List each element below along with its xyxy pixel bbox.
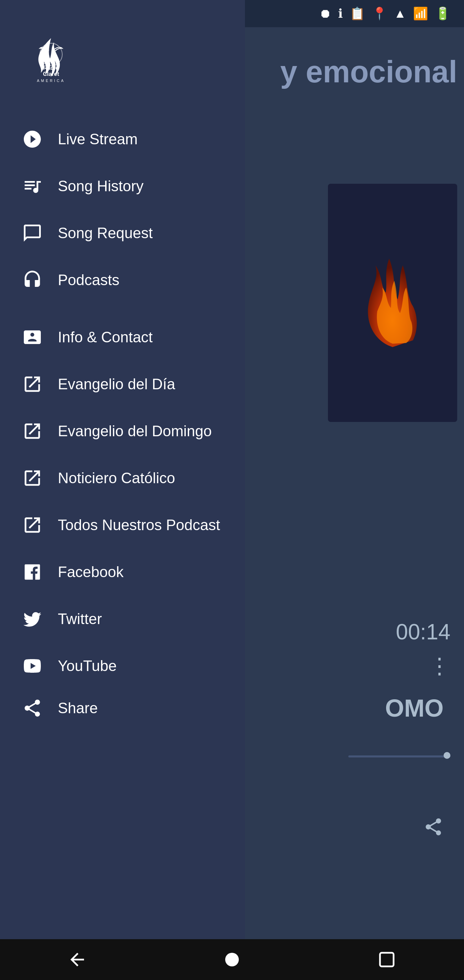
live-stream-label: Live Stream — [58, 130, 138, 148]
menu-item-evangelio-dia[interactable]: Evangelio del Día — [0, 361, 245, 408]
play-icon — [21, 127, 44, 151]
share-label: Share — [58, 700, 98, 717]
status-icons-group: ⏺ ℹ 📋 📍 ▲ 📶 🔋 — [319, 6, 450, 21]
wifi-status-icon: ▲ — [394, 6, 406, 21]
home-button[interactable] — [215, 943, 249, 977]
info-contact-label: Info & Contact — [58, 329, 153, 346]
menu-divider — [0, 304, 245, 314]
song-request-label: Song Request — [58, 224, 153, 242]
external-link-icon-4 — [21, 513, 44, 537]
hero-text: y emocional — [280, 54, 457, 89]
podcasts-label: Podcasts — [58, 272, 119, 288]
battery-status-icon: 🔋 — [435, 6, 450, 21]
twitter-icon — [21, 607, 44, 631]
menu-item-twitter[interactable]: Twitter — [0, 595, 245, 643]
navigation-drawer: Radio Claret AMERICA Live Stream Song — [0, 0, 245, 980]
facebook-icon — [21, 560, 44, 584]
menu-item-facebook[interactable]: Facebook — [0, 549, 245, 595]
noticiero-catolico-label: Noticiero Católico — [58, 469, 175, 487]
menu-item-evangelio-domingo[interactable]: Evangelio del Domingo — [0, 408, 245, 455]
menu-item-song-request[interactable]: Song Request — [0, 210, 245, 256]
menu-item-noticiero-catolico[interactable]: Noticiero Católico — [0, 455, 245, 501]
contact-icon — [21, 325, 44, 349]
promo-text: OMO — [385, 694, 443, 722]
facebook-label: Facebook — [58, 563, 124, 581]
svg-point-4 — [225, 953, 239, 966]
logo-area: Radio Claret AMERICA — [0, 0, 245, 116]
menu-list: Live Stream Song History Song Request — [0, 116, 245, 980]
svg-text:Radio: Radio — [43, 65, 59, 71]
clip-status-icon: 📋 — [350, 6, 365, 21]
twitter-label: Twitter — [58, 611, 102, 627]
bottom-navigation — [0, 939, 464, 980]
youtube-icon — [21, 654, 44, 678]
menu-item-todos-podcast[interactable]: Todos Nuestros Podcast — [0, 501, 245, 549]
menu-item-youtube[interactable]: YouTube — [0, 643, 245, 689]
menu-item-info-contact[interactable]: Info & Contact — [0, 314, 245, 361]
logo-container: Radio Claret AMERICA — [21, 29, 82, 94]
external-link-icon-1 — [21, 372, 44, 396]
queue-music-icon — [21, 174, 44, 198]
external-link-icon-3 — [21, 466, 44, 490]
location-status-icon: 📍 — [372, 6, 387, 21]
svg-text:Claret: Claret — [43, 71, 59, 77]
share-icon — [21, 696, 44, 720]
svg-rect-5 — [380, 953, 394, 966]
youtube-label: YouTube — [58, 657, 117, 675]
message-icon — [21, 221, 44, 245]
progress-indicator — [443, 752, 450, 759]
menu-item-song-history[interactable]: Song History — [0, 163, 245, 210]
evangelio-dia-label: Evangelio del Día — [58, 375, 175, 393]
options-dots: ⋮ — [429, 653, 450, 679]
playback-timer: 00:14 — [396, 619, 450, 644]
menu-item-live-stream[interactable]: Live Stream — [0, 116, 245, 163]
signal-status-icon: 📶 — [413, 6, 428, 21]
menu-item-share[interactable]: Share — [0, 689, 245, 727]
video-thumbnail — [328, 184, 457, 422]
todos-podcast-label: Todos Nuestros Podcast — [58, 517, 220, 533]
song-history-label: Song History — [58, 178, 143, 195]
external-link-icon-2 — [21, 419, 44, 443]
recents-button[interactable] — [370, 943, 404, 977]
podcast-icon — [21, 268, 44, 292]
menu-item-podcasts[interactable]: Podcasts — [0, 256, 245, 304]
svg-text:AMERICA: AMERICA — [37, 79, 65, 83]
share-button-bg[interactable] — [423, 817, 443, 842]
progress-bar — [348, 756, 450, 757]
record-status-icon: ⏺ — [319, 6, 331, 21]
back-button[interactable] — [60, 943, 94, 977]
evangelio-domingo-label: Evangelio del Domingo — [58, 423, 212, 440]
info-status-icon: ℹ — [338, 6, 343, 21]
